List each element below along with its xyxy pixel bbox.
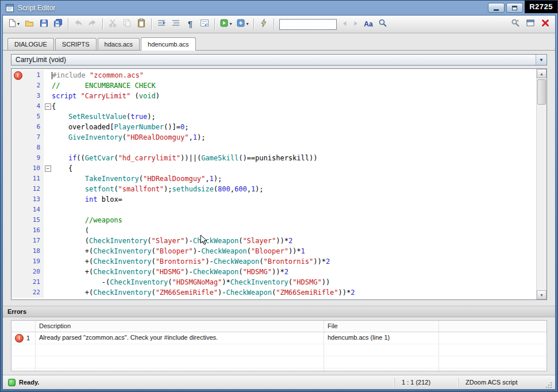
code-line[interactable]: 12 setfont("smallfont");sethudsize(800,6… — [11, 184, 536, 194]
code-line[interactable]: 11 TakeInventory("HDRealDoomguy",1); — [11, 174, 536, 184]
case-sensitive-button[interactable]: Aa — [361, 17, 375, 31]
code-line[interactable]: 16 ( — [11, 225, 536, 236]
minimize-button[interactable] — [488, 3, 505, 13]
code-line[interactable]: 6 overloaded[PlayerNumber()]=0; — [11, 122, 536, 132]
code-line[interactable]: 3script "CarryLimit" (void) — [11, 91, 536, 101]
code-text[interactable]: +(CheckInventory("Brontornis")-CheckWeap… — [52, 256, 536, 267]
fold-margin — [44, 112, 52, 122]
scrollbar-track[interactable] — [537, 78, 547, 290]
jump-to-button[interactable] — [155, 17, 168, 31]
tab-scripts[interactable]: SCRIPTS — [55, 38, 97, 50]
save-all-button[interactable] — [51, 17, 65, 31]
code-line[interactable]: 13 int blox= — [11, 194, 536, 205]
code-line[interactable]: 21 -(CheckInventory("HDSMGNoMag")*CheckI… — [11, 277, 536, 287]
fold-marker[interactable]: − — [44, 101, 52, 112]
code-line[interactable]: 22 +(CheckInventory("ZM66SemiRifle")-Che… — [11, 287, 536, 298]
script-selector[interactable]: CarryLimit (void) ▼ — [11, 54, 547, 66]
tab-dialogue[interactable]: DIALOGUE — [7, 38, 54, 50]
code-text[interactable]: { — [52, 163, 536, 174]
code-text[interactable]: TakeInventory("HDRealDoomguy",1); — [52, 174, 536, 184]
code-text[interactable] — [52, 143, 536, 153]
show-whitespace-button[interactable]: ¶ — [183, 17, 197, 31]
error-row[interactable]: !1Already parsed "zcommon.acs". Check yo… — [11, 332, 547, 344]
code-line[interactable]: !1#include "zcommon.acs" — [11, 70, 536, 80]
run-script-button[interactable] — [257, 17, 271, 31]
console-button[interactable] — [524, 17, 537, 31]
code-text[interactable]: +(CheckInventory("HDSMG")-CheckWeapon("H… — [52, 267, 536, 277]
code-line[interactable]: 19 +(CheckInventory("Brontornis")-CheckW… — [11, 256, 536, 267]
line-number: 3 — [24, 91, 44, 101]
marker-margin — [11, 122, 24, 132]
undo-button[interactable] — [71, 17, 85, 31]
copy-button[interactable] — [120, 17, 134, 31]
code-text[interactable]: int blox= — [52, 194, 536, 205]
settings-button[interactable] — [509, 17, 522, 31]
find-replace-button[interactable] — [376, 17, 390, 31]
tab-hdencumb[interactable]: hdencumb.acs — [141, 37, 196, 51]
compile-run-button[interactable]: ▾ — [234, 17, 251, 31]
new-script-button[interactable]: ▾ — [6, 17, 22, 31]
code-line[interactable]: 18 +(CheckInventory("Blooper")-CheckWeap… — [11, 246, 536, 256]
tab-hdacs[interactable]: hdacs.acs — [98, 38, 140, 50]
code-text[interactable]: setfont("smallfont");sethudsize(800,600,… — [52, 184, 536, 194]
line-number: 7 — [24, 132, 44, 143]
code-line[interactable]: 15 //weapons — [11, 215, 536, 225]
code-line[interactable]: 17 (CheckInventory("Slayer")-CheckWeapon… — [11, 236, 536, 246]
code-line[interactable]: 10− { — [11, 163, 536, 174]
code-text[interactable]: -(CheckInventory("HDSMGNoMag")*CheckInve… — [52, 277, 536, 287]
code-text[interactable]: script "CarryLimit" (void) — [52, 91, 536, 101]
code-line[interactable]: 4−{ — [11, 101, 536, 112]
find-previous-button[interactable] — [340, 17, 350, 31]
marker-margin — [11, 246, 24, 256]
code-text[interactable]: SetResultValue(true); — [52, 112, 536, 122]
find-next-button[interactable] — [351, 17, 361, 31]
code-line[interactable]: 7 GiveInventory("HDRealDoomguy",1); — [11, 132, 536, 143]
search-input[interactable] — [279, 19, 337, 30]
close-button[interactable] — [538, 17, 552, 31]
scroll-up-button[interactable]: ▲ — [537, 69, 547, 78]
code-text[interactable]: (CheckInventory("Slayer")-CheckWeapon("S… — [52, 236, 536, 246]
fold-lines-button[interactable] — [169, 17, 183, 31]
line-number: 11 — [24, 174, 44, 184]
column-header-spacer — [439, 321, 547, 332]
scroll-down-button[interactable]: ▼ — [537, 290, 547, 299]
tab-label: SCRIPTS — [62, 41, 90, 48]
code-text[interactable]: GiveInventory("HDRealDoomguy",1); — [52, 132, 536, 143]
scrollbar-thumb[interactable] — [537, 79, 546, 105]
fold-margin — [44, 215, 52, 225]
cut-button[interactable] — [106, 17, 120, 31]
toolbar-separator — [102, 18, 103, 30]
open-button[interactable] — [22, 17, 36, 31]
word-wrap-button[interactable] — [198, 17, 211, 31]
code-text[interactable]: //weapons — [52, 215, 536, 225]
resize-grip[interactable] — [545, 381, 553, 389]
compile-button[interactable]: ▾ — [218, 17, 234, 31]
code-line[interactable]: 14 — [11, 205, 536, 215]
code-line[interactable]: 20 +(CheckInventory("HDSMG")-CheckWeapon… — [11, 267, 536, 277]
redo-button[interactable] — [86, 17, 99, 31]
code-line[interactable]: 5 SetResultValue(true); — [11, 112, 536, 122]
column-header-description[interactable]: Description — [36, 321, 324, 332]
code-text[interactable]: { — [52, 101, 536, 112]
code-line[interactable]: 9 if((GetCvar("hd_carrylimit"))||(GameSk… — [11, 153, 536, 163]
code-text[interactable]: #include "zcommon.acs" — [52, 70, 536, 80]
column-header-file[interactable]: File — [324, 321, 439, 332]
paste-button[interactable] — [134, 17, 148, 31]
code-text[interactable]: // ENCUMBRANCE CHECK — [52, 80, 536, 91]
code-line[interactable]: 8 — [11, 143, 536, 153]
marker-margin — [11, 225, 24, 236]
maximize-button[interactable] — [506, 3, 523, 13]
save-button[interactable] — [37, 17, 51, 31]
fold-marker[interactable]: − — [44, 163, 52, 174]
fold-margin — [44, 236, 52, 246]
code-line[interactable]: 2// ENCUMBRANCE CHECK — [11, 80, 536, 91]
code-text[interactable]: +(CheckInventory("ZM66SemiRifle")-CheckW… — [52, 287, 536, 298]
code-text[interactable]: ( — [52, 225, 536, 236]
code-editor[interactable]: !1#include "zcommon.acs"2// ENCUMBRANCE … — [11, 68, 547, 300]
editor-scrollbar[interactable]: ▲ ▼ — [536, 69, 547, 299]
code-text[interactable] — [52, 205, 536, 215]
code-text[interactable]: overloaded[PlayerNumber()]=0; — [52, 122, 536, 132]
code-text[interactable]: if((GetCvar("hd_carrylimit"))||(GameSkil… — [52, 153, 536, 163]
code-area[interactable]: !1#include "zcommon.acs"2// ENCUMBRANCE … — [11, 69, 536, 299]
code-text[interactable]: +(CheckInventory("Blooper")-CheckWeapon(… — [52, 246, 536, 256]
